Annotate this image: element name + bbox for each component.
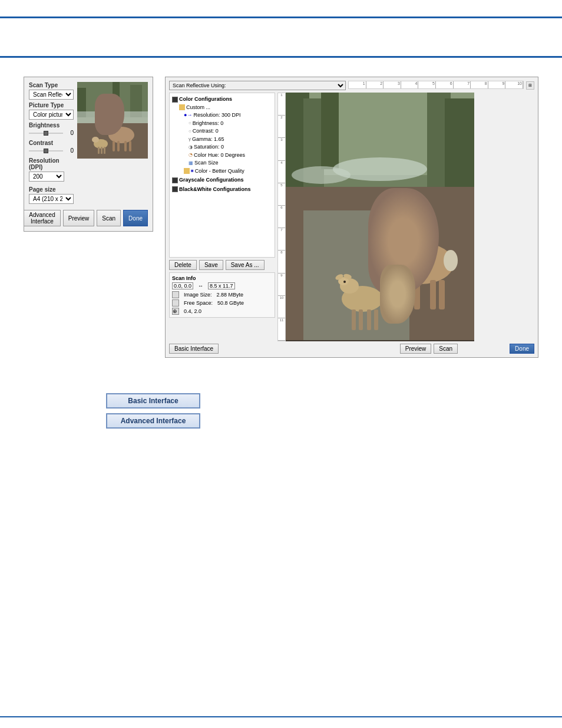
basic-interface-standalone-button[interactable]: Basic Interface — [106, 393, 200, 409]
adv-deer-svg — [286, 93, 474, 340]
tree-item-color-quality: ■ Color - Better Quality — [172, 167, 272, 176]
ruler-mark-4: 4 — [401, 81, 419, 88]
v-ruler-10: 10 — [278, 296, 285, 318]
basic-preview-button[interactable]: Preview — [63, 210, 95, 226]
resolution-select[interactable]: 200 — [29, 172, 64, 182]
ruler-mark-5: 5 — [418, 81, 436, 88]
tree-item-gamma: γ Gamma: 1.65 — [172, 136, 272, 144]
save-button[interactable]: Save — [199, 260, 223, 270]
adv-scan-button[interactable]: Scan — [434, 344, 458, 354]
adv-done-button[interactable]: Done — [510, 344, 534, 354]
image-size-value: 2.88 MByte — [217, 292, 244, 298]
resolution-tree-label: Resolution: 300 DPI — [193, 111, 240, 120]
colorhue-icon: ◔ — [189, 151, 193, 159]
svg-point-8 — [107, 123, 118, 133]
svg-rect-11 — [124, 141, 127, 151]
zoom-row: ⊕ 0.4, 2.0 — [172, 308, 272, 315]
brightness-track[interactable] — [29, 133, 63, 134]
config-action-buttons: Delete Save Save As ... — [169, 260, 275, 270]
tree-item-contrast: ○ Contrast: 0 — [172, 127, 272, 136]
grayscale-config-checkbox[interactable] — [172, 177, 178, 183]
basic-scan-button[interactable]: Scan — [97, 210, 121, 226]
svg-rect-37 — [406, 249, 418, 263]
svg-rect-17 — [98, 147, 100, 154]
svg-rect-40 — [430, 280, 436, 309]
svg-point-48 — [343, 281, 346, 283]
zoom-fit-icon[interactable]: ⊞ — [526, 81, 534, 90]
svg-rect-51 — [367, 309, 371, 330]
page-size-select[interactable]: A4 (210 x 297 mm) — [29, 194, 74, 204]
svg-point-36 — [401, 235, 404, 238]
v-ruler-4: 4 — [278, 161, 285, 183]
adv-preview-button[interactable]: Preview — [400, 344, 432, 354]
svg-rect-10 — [117, 141, 120, 151]
delete-button[interactable]: Delete — [169, 260, 197, 270]
ruler-mark-10: 10 — [505, 81, 523, 88]
color-config-checkbox[interactable] — [172, 97, 178, 103]
advanced-interface-panel: Scan Reflective Using: 1 2 3 4 5 6 7 8 9… — [165, 77, 538, 358]
basic-interface-button[interactable]: Basic Interface — [169, 344, 219, 354]
ruler-marks: 1 2 3 4 5 6 7 8 9 10 — [349, 81, 523, 88]
basic-panel-buttons: Advanced Interface Preview Scan Done — [29, 210, 148, 226]
svg-point-7 — [108, 127, 134, 143]
advanced-interface-button[interactable]: Advanced Interface — [24, 210, 60, 226]
adv-bottom-bar: Basic Interface Preview Scan Done — [169, 344, 534, 354]
basic-panel-container: Scan Type Scan Reflective Using: Picture… — [29, 82, 148, 206]
svg-rect-19 — [104, 147, 105, 154]
contrast-thumb[interactable] — [44, 149, 48, 153]
free-space-value: 50.8 GByte — [217, 300, 244, 306]
picture-type-label: Picture Type — [29, 102, 74, 108]
brightness-value: 0 — [65, 130, 74, 136]
svg-rect-4 — [113, 82, 120, 108]
gamma-icon: γ — [189, 136, 191, 143]
deer-preview-svg — [77, 82, 148, 159]
adv-right-with-ruler: 1 2 3 4 5 6 7 8 9 10 11 — [277, 93, 474, 341]
advanced-interface-standalone-button[interactable]: Advanced Interface — [106, 413, 200, 429]
adv-action-buttons: Preview Scan Done — [400, 344, 534, 354]
brightness-thumb[interactable] — [44, 131, 48, 136]
v-ruler-2: 2 — [278, 116, 285, 138]
tree-item-colorhue: ◔ Color Hue: 0 Degrees — [172, 151, 272, 160]
svg-rect-9 — [113, 141, 115, 151]
contrast-slider-row: 0 — [29, 147, 74, 154]
gamma-tree-label: Gamma: 1.65 — [192, 136, 224, 144]
contrast-circle-icon: ○ — [189, 128, 191, 135]
scan-dimensions: 8.5 x 11.7 — [208, 282, 235, 289]
brightness-tree-label: Brightness: 0 — [193, 120, 224, 128]
svg-point-42 — [444, 250, 458, 271]
basic-done-button[interactable]: Done — [123, 210, 148, 226]
brightness-circle-icon: ○ — [189, 120, 191, 127]
tree-item-saturation: ◑ Saturation: 0 — [172, 143, 272, 151]
svg-point-33 — [394, 230, 408, 240]
brightness-slider-row: 0 — [29, 130, 74, 136]
tree-root-color: Color Configurations — [172, 95, 272, 104]
svg-rect-49 — [352, 309, 356, 330]
svg-rect-52 — [374, 309, 378, 330]
basic-interface-panel: Scan Type Scan Reflective Using: Picture… — [24, 77, 153, 232]
svg-rect-41 — [439, 280, 445, 309]
adv-preview-image: ⊞ + - ▭ □ ↺ — [286, 93, 474, 341]
svg-rect-5 — [77, 111, 148, 123]
adv-left-panel: Color Configurations Custom ... ●→ Resol… — [169, 93, 275, 341]
svg-rect-18 — [101, 147, 103, 154]
scan-reflective-select[interactable]: Scan Reflective Using: — [29, 90, 74, 100]
save-as-button[interactable]: Save As ... — [226, 260, 265, 270]
bw-config-checkbox[interactable] — [172, 186, 178, 192]
v-ruler-3: 3 — [278, 138, 285, 160]
grayscale-config-label: Grayscale Configurations — [179, 176, 244, 185]
free-space-row: Free Space: 50.8 GByte — [172, 299, 272, 307]
color-picture-select[interactable]: Color picture — [29, 110, 74, 120]
svg-rect-39 — [414, 280, 420, 309]
top-rule — [0, 17, 562, 18]
color-config-label: Color Configurations — [179, 95, 232, 104]
tree-item-custom: Custom ... — [172, 104, 272, 112]
contrast-track[interactable] — [29, 150, 63, 151]
image-size-icon — [172, 291, 179, 298]
basic-panel-preview-image — [77, 82, 148, 159]
color-quality-tree-label: Color - Better Quality — [195, 167, 244, 176]
adv-scan-reflective-select[interactable]: Scan Reflective Using: — [169, 81, 346, 90]
free-space-icon — [172, 299, 179, 307]
ruler-mark-3: 3 — [384, 81, 401, 88]
second-rule — [0, 56, 562, 58]
scan-info: Scan Info 0.0, 0.0 ↔ 8.5 x 11.7 Image Si… — [169, 272, 275, 318]
